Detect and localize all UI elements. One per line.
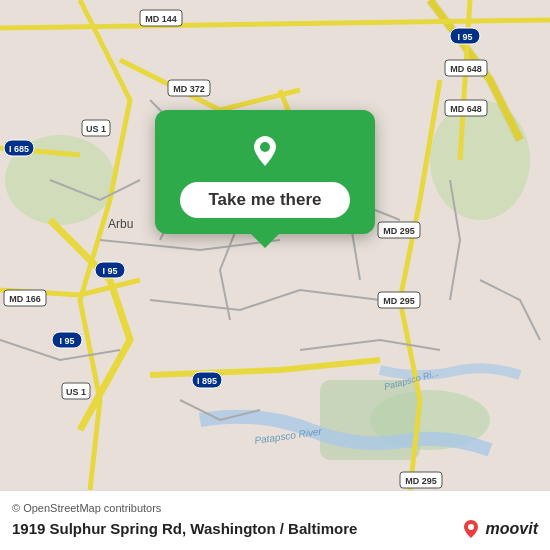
svg-point-42 bbox=[468, 524, 474, 530]
svg-text:MD 648: MD 648 bbox=[450, 64, 482, 74]
footer-bar: © OpenStreetMap contributors 1919 Sulphu… bbox=[0, 490, 550, 550]
svg-text:US 1: US 1 bbox=[86, 124, 106, 134]
svg-text:US 1: US 1 bbox=[66, 387, 86, 397]
location-pin-icon bbox=[243, 128, 287, 172]
svg-text:MD 295: MD 295 bbox=[405, 476, 437, 486]
address-label: 1919 Sulphur Spring Rd, Washington / Bal… bbox=[12, 520, 357, 537]
location-popup: Take me there bbox=[155, 110, 375, 234]
svg-text:I 95: I 95 bbox=[59, 336, 74, 346]
map-view: MD 144 I 95 MD 648 MD 648 MD 372 US 1 US… bbox=[0, 0, 550, 490]
svg-point-41 bbox=[260, 142, 270, 152]
svg-text:I 95: I 95 bbox=[102, 266, 117, 276]
svg-text:MD 295: MD 295 bbox=[383, 296, 415, 306]
svg-text:MD 166: MD 166 bbox=[9, 294, 41, 304]
svg-text:MD 144: MD 144 bbox=[145, 14, 177, 24]
svg-text:MD 648: MD 648 bbox=[450, 104, 482, 114]
svg-text:MD 372: MD 372 bbox=[173, 84, 205, 94]
svg-point-2 bbox=[430, 100, 530, 220]
svg-text:I 685: I 685 bbox=[9, 144, 29, 154]
svg-text:I 895: I 895 bbox=[197, 376, 217, 386]
moovit-brand-text: moovit bbox=[486, 520, 538, 538]
moovit-logo: moovit bbox=[460, 518, 538, 540]
svg-text:Arbu: Arbu bbox=[108, 217, 133, 231]
map-attribution: © OpenStreetMap contributors bbox=[12, 502, 538, 514]
take-me-there-button[interactable]: Take me there bbox=[180, 182, 349, 218]
moovit-pin-icon bbox=[460, 518, 482, 540]
svg-text:I 95: I 95 bbox=[457, 32, 472, 42]
svg-text:MD 295: MD 295 bbox=[383, 226, 415, 236]
